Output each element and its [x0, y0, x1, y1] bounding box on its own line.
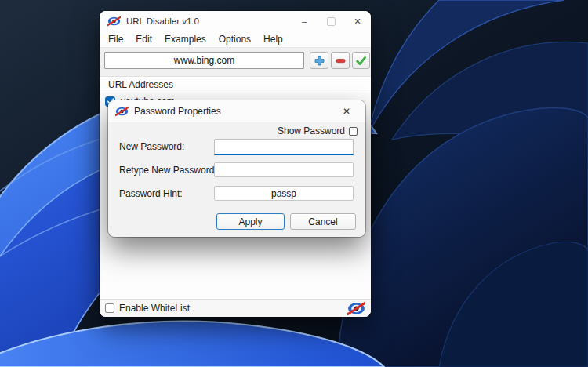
- cancel-button[interactable]: Cancel: [290, 213, 356, 230]
- url-input[interactable]: [104, 52, 304, 69]
- add-url-button[interactable]: [310, 52, 328, 69]
- minus-icon: [335, 55, 347, 67]
- maximize-icon: [327, 17, 336, 26]
- app-icon: [107, 16, 121, 27]
- show-password-row: Show Password: [278, 125, 358, 136]
- menu-help[interactable]: Help: [257, 32, 289, 46]
- retype-password-field[interactable]: [214, 162, 354, 177]
- close-button[interactable]: ✕: [344, 11, 371, 31]
- app-logo-icon: [347, 301, 365, 316]
- check-icon: [355, 55, 367, 67]
- show-password-label: Show Password: [278, 125, 345, 136]
- remove-url-button[interactable]: [331, 52, 350, 69]
- menu-bar: File Edit Examples Options Help: [100, 31, 371, 47]
- password-hint-field[interactable]: [214, 186, 354, 201]
- menu-edit[interactable]: Edit: [129, 32, 158, 46]
- whitelist-checkbox[interactable]: [105, 303, 114, 313]
- plus-icon: [314, 55, 325, 67]
- dialog-app-icon: [115, 106, 129, 117]
- show-password-checkbox[interactable]: [349, 127, 358, 136]
- password-hint-label: Password Hint:: [119, 188, 183, 199]
- menu-examples[interactable]: Examples: [158, 32, 212, 46]
- new-password-field[interactable]: [214, 139, 354, 155]
- maximize-button[interactable]: [318, 11, 344, 31]
- retype-password-label: Retype New Password:: [119, 165, 217, 176]
- window-controls: – ✕: [291, 11, 371, 31]
- minimize-button[interactable]: –: [291, 11, 318, 31]
- dialog-body: Show Password New Password: Retype New P…: [108, 122, 365, 237]
- menu-options[interactable]: Options: [212, 32, 257, 46]
- window-footer: Enable WhiteList: [100, 299, 371, 317]
- dialog-title: Password Properties: [134, 106, 221, 117]
- url-addresses-column-header[interactable]: URL Addresses: [100, 77, 371, 93]
- apply-button[interactable]: Apply: [216, 213, 285, 230]
- dialog-close-button[interactable]: ✕: [335, 100, 358, 122]
- confirm-url-button[interactable]: [352, 52, 370, 69]
- window-title: URL Disabler v1.0: [126, 16, 199, 26]
- dialog-titlebar: Password Properties ✕: [108, 100, 365, 122]
- whitelist-label: Enable WhiteList: [119, 303, 190, 314]
- password-properties-dialog: Password Properties ✕ Show Password New …: [108, 100, 365, 237]
- window-titlebar: URL Disabler v1.0 – ✕: [100, 11, 371, 31]
- url-toolbar: [100, 47, 371, 77]
- new-password-label: New Password:: [119, 141, 184, 152]
- menu-file[interactable]: File: [102, 32, 129, 46]
